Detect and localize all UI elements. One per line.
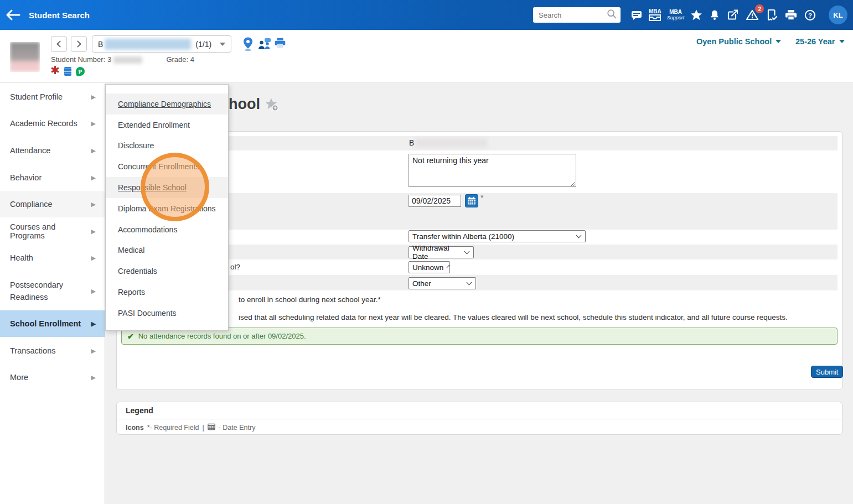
svg-text:?: ? xyxy=(808,12,812,18)
alert-triangle-icon[interactable]: 2 xyxy=(745,8,759,22)
student-number-label: Student Number: 3 xyxy=(51,55,111,64)
guardians-icon[interactable] xyxy=(258,38,272,53)
sidebar-item-health[interactable]: Health▶ xyxy=(0,245,105,271)
mba-support-icon[interactable]: MBA Support xyxy=(667,9,685,20)
legend-panel: Legend Icons *- Required Field | - Date … xyxy=(116,402,842,435)
required-marker: * xyxy=(480,193,483,202)
chevron-right-icon: ▶ xyxy=(91,93,96,101)
chevron-down-icon xyxy=(839,40,845,43)
student-pager: (1/1) xyxy=(195,40,211,49)
document-icon[interactable] xyxy=(64,67,71,76)
chevron-down-icon xyxy=(464,249,470,254)
help-icon[interactable]: ? xyxy=(804,9,816,22)
student-flag-icons: P xyxy=(50,65,85,77)
flyout-item-medical[interactable]: Medical xyxy=(106,240,228,261)
form-name-redacted xyxy=(415,138,487,147)
sidebar-item-behavior[interactable]: Behavior▶ xyxy=(0,164,105,191)
legend-required-item: *- Required Field xyxy=(147,424,199,432)
chat-icon[interactable] xyxy=(630,8,643,22)
legend-row: Icons *- Required Field | - Date Entry xyxy=(126,423,255,432)
flyout-item-concurrent-enrollments[interactable]: Concurrent Enrollments xyxy=(106,156,228,177)
flyout-item-diploma-exam-registrations[interactable]: Diploma Exam Registrations xyxy=(106,198,228,219)
chevron-right-icon: ▶ xyxy=(91,201,96,208)
printer-header-icon[interactable] xyxy=(273,37,287,52)
school-context-selector[interactable]: Oyen Public School xyxy=(696,37,781,46)
attendance-success-message: ✔ No attendance records found on or afte… xyxy=(121,328,838,345)
next-school-select[interactable]: Transfer within Alberta (21000) xyxy=(409,230,586,242)
unknown-select[interactable]: Unknown xyxy=(409,261,450,273)
flyout-item-disclosure[interactable]: Disclosure xyxy=(106,136,228,157)
user-avatar[interactable]: KL xyxy=(829,6,847,24)
sidebar-item-courses-and-programs[interactable]: Courses and Programs▶ xyxy=(0,218,105,245)
search-icon[interactable] xyxy=(606,8,617,22)
flyout-item-reports[interactable]: Reports xyxy=(106,282,228,303)
calendar-icon[interactable] xyxy=(465,194,478,207)
submit-button[interactable]: Submit xyxy=(811,366,843,378)
calendar-legend-icon xyxy=(208,423,215,432)
other-select[interactable]: Other xyxy=(409,277,476,289)
topbar-icon-row: MBA MBA Support 2 xyxy=(630,0,816,30)
star-icon[interactable] xyxy=(690,8,703,22)
year-context-label: 25-26 Year xyxy=(795,37,835,46)
check-icon: ✔ xyxy=(127,332,134,341)
topbar: Student Search MBA MBA Support xyxy=(0,0,853,30)
flyout-item-credentials[interactable]: Credentials xyxy=(106,261,228,282)
sidebar-item-postsecondary-readiness[interactable]: Postsecondary Readiness▶ xyxy=(0,272,105,310)
search-input[interactable] xyxy=(539,11,606,19)
flyout-item-pasi-documents[interactable]: PASI Documents xyxy=(106,303,228,324)
legend-title: Legend xyxy=(126,406,153,415)
chevron-left-icon xyxy=(56,40,64,48)
flyout-item-accommodations[interactable]: Accommodations xyxy=(106,219,228,240)
flyout-item-compliance-demographics[interactable]: Compliance Demographics xyxy=(106,93,228,115)
notification-badge: 2 xyxy=(755,4,764,13)
year-context-selector[interactable]: 25-26 Year xyxy=(795,37,845,46)
sidebar-item-academic-records[interactable]: Academic Records▶ xyxy=(0,110,105,137)
global-search[interactable] xyxy=(533,7,621,23)
printer-icon[interactable] xyxy=(784,8,798,22)
chevron-right-icon: ▶ xyxy=(91,254,96,262)
favorite-star-plus-icon[interactable] xyxy=(265,97,280,115)
legend-separator: | xyxy=(202,424,204,432)
back-arrow-icon[interactable] xyxy=(0,0,25,30)
chevron-right-icon: ▶ xyxy=(91,147,96,154)
flyout-item-responsible-school[interactable]: Responsible School xyxy=(106,177,228,198)
chevron-right-icon: ▶ xyxy=(91,347,96,355)
sidebar-item-attendance[interactable]: Attendance▶ xyxy=(0,137,105,164)
grade-label: Grade: 4 xyxy=(166,55,194,64)
sidebar-item-transactions[interactable]: Transactions▶ xyxy=(0,337,105,364)
sidebar-item-student-profile[interactable]: Student Profile▶ xyxy=(0,84,105,110)
app-root: Student Search MBA MBA Support xyxy=(0,0,853,504)
form-row-status xyxy=(121,245,838,259)
powerschool-p-icon[interactable]: P xyxy=(75,66,85,76)
legend-date-entry-item: - Date Entry xyxy=(219,424,256,432)
form-name-value: B xyxy=(409,138,487,147)
compose-icon[interactable] xyxy=(726,8,740,22)
sidebar-item-compliance[interactable]: Compliance▶ xyxy=(0,191,105,217)
form-row-date xyxy=(121,193,838,230)
flyout-item-extended-enrollment[interactable]: Extended Enrollment xyxy=(106,115,228,136)
student-number-redacted xyxy=(113,56,142,64)
chevron-right-icon: ▶ xyxy=(91,285,96,297)
student-photo-blur xyxy=(10,42,40,72)
chevron-down-icon xyxy=(447,265,450,268)
document-check-icon[interactable] xyxy=(765,8,778,22)
chevron-down-icon xyxy=(576,233,582,238)
student-name-redacted xyxy=(105,39,191,50)
student-selector[interactable]: B (1/1) xyxy=(92,35,231,53)
exit-date-input[interactable] xyxy=(409,195,461,207)
medical-alert-icon[interactable] xyxy=(50,65,60,77)
mba-inbox-icon[interactable]: MBA xyxy=(649,9,661,21)
prev-student-button[interactable] xyxy=(51,36,67,52)
note-fragment: ised that all scheduling related data fo… xyxy=(239,313,853,321)
sidebar-item-more[interactable]: More▶ xyxy=(0,364,105,391)
page-header-title: Student Search xyxy=(29,11,90,20)
bell-icon[interactable] xyxy=(709,8,721,22)
chevron-down-icon xyxy=(467,280,472,285)
form-row-other xyxy=(121,275,838,290)
chevron-right-icon: ▶ xyxy=(91,374,96,381)
withdrawal-date-select[interactable]: Withdrawal Date xyxy=(409,246,474,258)
location-pin-icon[interactable] xyxy=(242,37,254,54)
sidebar-item-school-enrollment[interactable]: School Enrollment▶ xyxy=(0,310,105,337)
next-student-button[interactable] xyxy=(71,36,87,52)
comment-textarea[interactable]: Not returning this year xyxy=(409,154,576,187)
